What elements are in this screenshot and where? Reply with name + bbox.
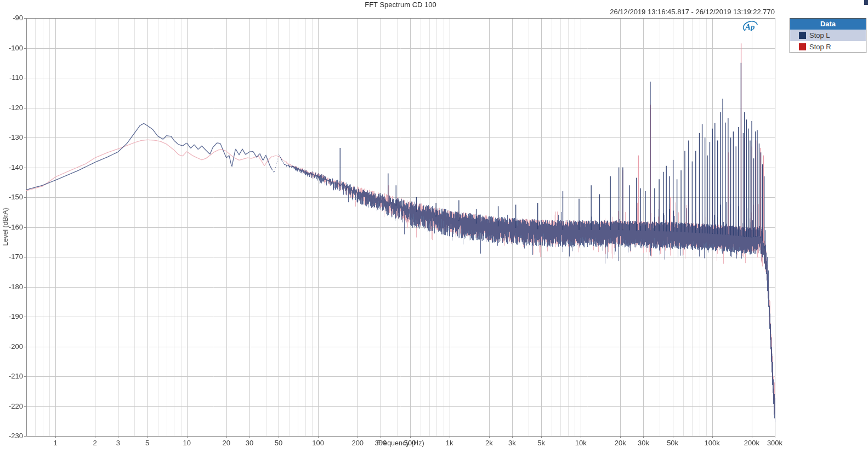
x-tick-label: 30 — [233, 439, 266, 447]
fft-spectrum-window: FFT Spectrum CD 100 26/12/2019 13:16:45.… — [0, 0, 868, 453]
y-tick-label: -130 — [0, 133, 23, 141]
x-tick-label: 100 — [302, 439, 334, 447]
y-tick-label: -90 — [0, 14, 23, 22]
x-tick-label: 3k — [496, 439, 529, 447]
legend-panel: Data Stop LStop R — [790, 18, 866, 53]
legend-swatch — [799, 32, 806, 39]
x-tick-label: 10k — [564, 439, 597, 447]
legend-row-stop-r[interactable]: Stop R — [790, 41, 866, 53]
legend-label: Stop L — [809, 31, 830, 39]
x-tick-label: 300k — [758, 439, 791, 447]
x-tick-label: 10 — [171, 439, 203, 447]
time-range-label: 26/12/2019 13:16:45.817 - 26/12/2019 13:… — [610, 8, 775, 16]
x-tick-label: 50k — [656, 439, 689, 447]
x-tick-label: 100k — [696, 439, 729, 447]
x-tick-label: 5k — [525, 439, 558, 447]
legend-rows: Stop LStop R — [790, 30, 866, 53]
y-tick-label: -170 — [0, 253, 23, 261]
y-tick-label: -220 — [0, 402, 23, 410]
y-tick-label: -140 — [0, 163, 23, 171]
x-tick-label: 30k — [627, 439, 660, 447]
ap-logo-icon: Ap — [740, 19, 762, 35]
y-tick-label: -180 — [0, 283, 23, 291]
legend-label: Stop R — [809, 43, 831, 51]
legend-swatch — [799, 43, 806, 50]
y-tick-label: -110 — [0, 73, 23, 82]
y-tick-label: -200 — [0, 342, 23, 351]
x-tick-label: 500 — [394, 439, 427, 447]
x-tick-label: 50 — [262, 439, 295, 447]
x-tick-label: 5 — [131, 439, 164, 447]
x-tick-label: 300 — [364, 439, 397, 447]
x-tick-label: 3 — [101, 439, 134, 447]
chart-canvas[interactable] — [0, 0, 868, 453]
legend-row-stop-l[interactable]: Stop L — [790, 30, 866, 41]
y-tick-label: -210 — [0, 372, 23, 380]
svg-text:Ap: Ap — [745, 22, 755, 31]
y-tick-label: -230 — [0, 432, 23, 440]
y-tick-label: -190 — [0, 312, 23, 320]
x-tick-label: 1k — [433, 439, 466, 447]
window-edge-decoration — [864, 0, 868, 5]
x-tick-label: 1 — [39, 439, 72, 447]
y-tick-label: -160 — [0, 223, 23, 231]
y-tick-label: -120 — [0, 104, 23, 112]
legend-header: Data — [790, 19, 866, 30]
y-tick-label: -150 — [0, 193, 23, 201]
y-tick-label: -100 — [0, 44, 23, 52]
